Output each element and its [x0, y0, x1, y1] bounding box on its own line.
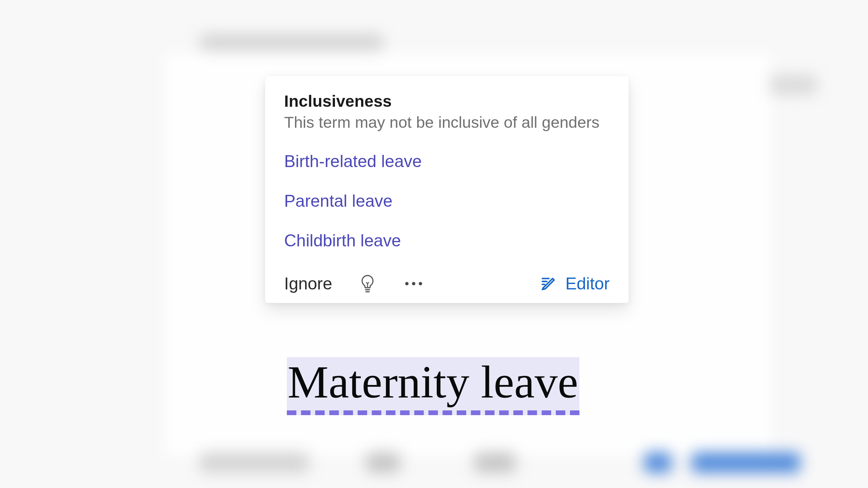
- more-options-icon[interactable]: [403, 273, 425, 294]
- ignore-button[interactable]: Ignore: [284, 272, 332, 295]
- editor-button[interactable]: Editor: [540, 272, 610, 295]
- suggestion-list: Birth-related leave Parental leave Child…: [284, 145, 610, 264]
- lightbulb-icon[interactable]: [357, 273, 378, 294]
- suggestion-item[interactable]: Birth-related leave: [284, 145, 610, 178]
- editor-suggestion-popup: Inclusiveness This term may not be inclu…: [265, 76, 629, 303]
- flagged-term[interactable]: Maternity leave: [287, 357, 579, 415]
- suggestion-item[interactable]: Childbirth leave: [284, 224, 610, 258]
- editor-button-label: Editor: [565, 274, 610, 293]
- suggestion-description: This term may not be inclusive of all ge…: [284, 113, 610, 133]
- editor-pen-icon: [540, 275, 558, 292]
- popup-footer: Ignore: [284, 267, 610, 295]
- suggestion-item[interactable]: Parental leave: [284, 184, 610, 218]
- suggestion-category-title: Inclusiveness: [284, 92, 610, 110]
